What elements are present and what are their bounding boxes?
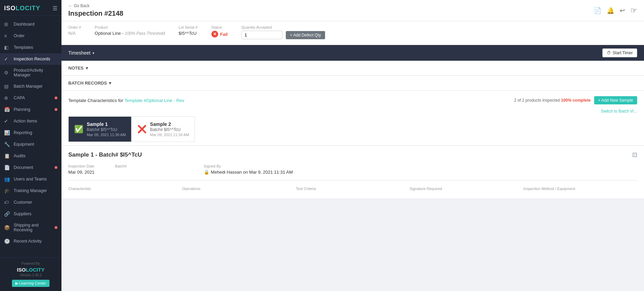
sidebar-item-templates[interactable]: ◧ Templates bbox=[0, 42, 61, 53]
order-label: Order # bbox=[68, 25, 81, 29]
stats-count: 2 of 2 products inspected bbox=[514, 98, 560, 103]
inspection-date-label: Inspection Date bbox=[68, 164, 95, 168]
sidebar-label-training-manager: Training Manager bbox=[14, 188, 57, 193]
sample-batch-sample-1: Batch# $I5^^TcU bbox=[87, 127, 126, 132]
bell-icon[interactable]: 🔔 bbox=[607, 7, 614, 14]
char-table-header: CharacteristicOperationsTest CriteriaSig… bbox=[68, 180, 637, 193]
sidebar-label-audits: Audits bbox=[14, 154, 57, 158]
sidebar-item-document[interactable]: 📄 Document bbox=[0, 162, 61, 173]
sample-status-icon-sample-1: ✅ bbox=[74, 125, 83, 134]
sidebar-item-product-activity-manager[interactable]: ⚙ Product/Activity Manager bbox=[0, 65, 61, 81]
batch-label: Batch# bbox=[115, 164, 183, 168]
qty-accepted-input[interactable] bbox=[241, 31, 282, 39]
sidebar-label-equipment: Equipment bbox=[14, 142, 57, 147]
sidebar-item-training-manager[interactable]: 🎓 Training Manager bbox=[0, 185, 61, 197]
sidebar-item-audits[interactable]: 📋 Audits bbox=[0, 150, 61, 162]
topbar-right: 📄 🔔 ↩ ☞ bbox=[594, 6, 637, 15]
sidebar-label-users-and-teams: Users and Teams bbox=[14, 177, 57, 181]
sample-date-sample-2: Mar 09, 2021 11:34 AM bbox=[150, 133, 189, 137]
sidebar-nav: ⊞ Dashboard ≡ Order ◧ Templates ✓ Inspec… bbox=[0, 16, 61, 257]
qty-accepted-label: Quantity Accepted bbox=[241, 25, 325, 29]
notes-header[interactable]: NOTES ▾ bbox=[68, 66, 637, 71]
product-separator: - bbox=[122, 31, 125, 36]
sidebar-item-shipping-and-receiving[interactable]: 📦 Shipping and Receiving bbox=[0, 220, 61, 235]
hamburger-icon[interactable]: ☰ bbox=[53, 5, 57, 12]
start-timer-label: Start Timer bbox=[613, 50, 633, 55]
inspection-date-value: Mar 09, 2021 bbox=[68, 170, 95, 175]
sample-status-icon-sample-2: ❌ bbox=[137, 125, 146, 134]
sidebar-icon-templates: ◧ bbox=[4, 45, 11, 50]
powered-by-label: Powered By bbox=[4, 262, 57, 265]
status-text: Fail bbox=[220, 32, 228, 37]
sidebar-label-suppliers: Suppliers bbox=[14, 212, 57, 216]
sidebar-footer: Powered By ISOLOCITY Version 2.45.0 ▶ Le… bbox=[0, 257, 61, 291]
sidebar-item-capa[interactable]: ⊕ CAPA bbox=[0, 92, 61, 104]
learning-center-button[interactable]: ▶ Learning Center bbox=[12, 280, 50, 287]
sidebar-icon-equipment: 🔧 bbox=[4, 142, 11, 147]
history-icon[interactable]: ↩ bbox=[620, 7, 625, 14]
sidebar-item-equipment[interactable]: 🔧 Equipment bbox=[0, 139, 61, 150]
batch-field: Batch# bbox=[115, 164, 183, 175]
go-back-button[interactable]: ← Go Back bbox=[68, 3, 123, 8]
signed-by-field: Signed By 🔒 Mehedi Hassan on Mar 9, 2021… bbox=[204, 164, 293, 175]
sidebar-icon-audits: 📋 bbox=[4, 153, 11, 159]
sample-batch-sample-2: Batch# $I5^^TcU bbox=[150, 127, 189, 132]
add-defect-button[interactable]: + Add Defect Qty bbox=[286, 31, 325, 39]
sidebar-item-action-items[interactable]: ✔ Action Items bbox=[0, 115, 61, 127]
page-title: Inspection #2148 bbox=[68, 10, 123, 17]
sidebar-label-customer: Customer bbox=[14, 200, 57, 205]
sidebar-label-product-activity-manager: Product/Activity Manager bbox=[14, 68, 57, 77]
switch-view-button[interactable]: Switch to Batch Vi... bbox=[601, 109, 638, 114]
sidebar-item-order[interactable]: ≡ Order bbox=[0, 30, 61, 42]
sample-card-sample-1[interactable]: ✅ Sample 1 Batch# $I5^^TcU Mar 09, 2021 … bbox=[68, 116, 131, 142]
timesheet-toggle[interactable]: Timesheet ▾ bbox=[68, 50, 94, 56]
export-icon[interactable]: ⊡ bbox=[632, 151, 637, 159]
sample-cards: ✅ Sample 1 Batch# $I5^^TcU Mar 09, 2021 … bbox=[68, 116, 637, 142]
sidebar-item-customer[interactable]: 🏷 Customer bbox=[0, 197, 61, 208]
timesheet-label-text: Timesheet bbox=[68, 50, 90, 56]
footer-logo: ISOLOCITY bbox=[4, 267, 57, 273]
info-bar: Order # N/A Product Optional Line - 100%… bbox=[61, 21, 644, 45]
order-value: N/A bbox=[68, 31, 81, 36]
template-title: Template Characteristics for Template #O… bbox=[68, 98, 184, 103]
timesheet-chevron-icon: ▾ bbox=[93, 51, 94, 55]
template-link[interactable]: Template #Optional Line - Rev bbox=[125, 98, 184, 103]
sidebar-label-templates: Templates bbox=[14, 45, 57, 50]
topbar: ← Go Back Inspection #2148 📄 🔔 ↩ ☞ bbox=[61, 0, 644, 21]
batch-records-label: BATCH RECORDS bbox=[68, 81, 107, 86]
sidebar-label-document: Document bbox=[14, 165, 53, 170]
sidebar-icon-suppliers: 🔗 bbox=[4, 211, 11, 217]
sidebar-item-users-and-teams[interactable]: 👥 Users and Teams bbox=[0, 173, 61, 185]
sidebar-icon-reporting: 📊 bbox=[4, 130, 11, 135]
batch-records-header[interactable]: BATCH RECORDS ▾ bbox=[68, 81, 637, 86]
sidebar-item-planning[interactable]: 📅 Planning bbox=[0, 104, 61, 115]
sample-detail-fields: Inspection Date Mar 09, 2021 Batch# Sign… bbox=[68, 164, 637, 175]
sidebar-item-recent-activity[interactable]: 🕐 Recent Activity bbox=[0, 235, 61, 247]
template-title-prefix: Template Characteristics for bbox=[68, 98, 123, 103]
lot-serial-label: Lot Serial # bbox=[179, 25, 198, 29]
add-new-sample-button[interactable]: + Add New Sample bbox=[594, 96, 637, 104]
content-scroll: Timesheet ▾ ⏱ Start Timer NOTES ▾ BATCH … bbox=[61, 45, 644, 291]
sidebar-item-inspection-records[interactable]: ✓ Inspection Records bbox=[0, 53, 61, 65]
sidebar-icon-action-items: ✔ bbox=[4, 118, 11, 124]
start-timer-button[interactable]: ⏱ Start Timer bbox=[602, 48, 637, 57]
char-col-signature-required: Signature Required bbox=[410, 185, 523, 193]
product-value: Optional Line - 100% Pass Threshold bbox=[95, 31, 165, 36]
sidebar-icon-planning: 📅 bbox=[4, 107, 11, 112]
lock-icon: 🔒 bbox=[204, 170, 209, 175]
document-icon[interactable]: 📄 bbox=[594, 7, 601, 14]
status-field: Status ✕ Fail bbox=[211, 25, 228, 39]
sidebar-item-dashboard[interactable]: ⊞ Dashboard bbox=[0, 18, 61, 30]
sidebar-icon-recent-activity: 🕐 bbox=[4, 238, 11, 244]
sidebar-item-batch-manager[interactable]: ▤ Batch Manager bbox=[0, 81, 61, 92]
go-back-arrow-icon: ← bbox=[68, 3, 72, 8]
stats-complete: 100% complete bbox=[561, 98, 591, 103]
sidebar-item-suppliers[interactable]: 🔗 Suppliers bbox=[0, 208, 61, 220]
sidebar-item-reporting[interactable]: 📊 Reporting bbox=[0, 127, 61, 139]
template-stats: 2 of 2 products inspected 100% complete … bbox=[514, 96, 637, 104]
sample-card-sample-2[interactable]: ❌ Sample 2 Batch# $I5^^TcU Mar 09, 2021 … bbox=[131, 116, 195, 142]
sample-detail-title-text: Sample 1 - Batch# $I5^TcU bbox=[68, 151, 142, 158]
sidebar-icon-batch-manager: ▤ bbox=[4, 84, 11, 89]
sidebar-badge-shipping-and-receiving bbox=[55, 226, 57, 229]
sample-name-sample-1: Sample 1 bbox=[87, 121, 126, 127]
